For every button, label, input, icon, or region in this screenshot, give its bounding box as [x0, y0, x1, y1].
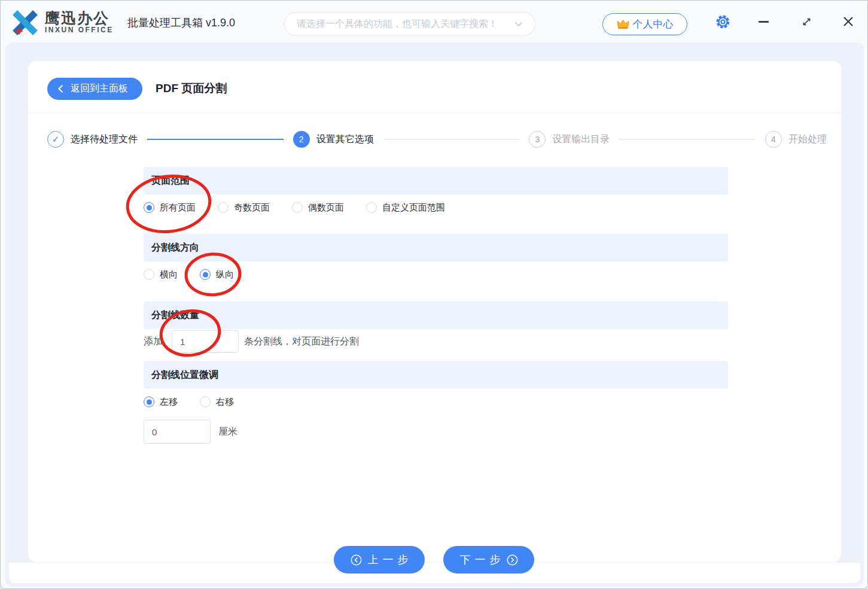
- radio-unselected-icon: [218, 202, 229, 213]
- page-range-options: 所有页面 奇数页面 偶数页面 自定义页面范围: [144, 194, 728, 221]
- brand-name-cn: 鹰迅办公: [45, 10, 114, 26]
- radio-unselected-icon: [292, 202, 303, 213]
- function-search-select[interactable]: [284, 12, 535, 36]
- radio-horizontal[interactable]: 横向: [144, 269, 178, 280]
- chevron-left-icon: [58, 84, 63, 93]
- step-2-number: 2: [293, 131, 310, 148]
- radio-even-pages[interactable]: 偶数页面: [292, 202, 344, 213]
- brand-name-en: INXUN OFFICE: [45, 26, 114, 34]
- step-1-select-files: ✓ 选择待处理文件: [47, 131, 138, 148]
- step-2-label: 设置其它选项: [316, 133, 374, 146]
- radio-all-pages[interactable]: 所有页面: [144, 202, 196, 213]
- step-connector: [619, 139, 756, 140]
- offset-unit-label: 厘米: [218, 426, 237, 438]
- step-connector-active: [147, 139, 284, 140]
- search-input[interactable]: [297, 19, 514, 29]
- close-icon: [843, 16, 854, 27]
- radio-selected-icon: [200, 269, 211, 280]
- back-button-label: 返回到主面板: [71, 83, 128, 95]
- app-logo: 鹰迅办公 INXUN OFFICE: [9, 6, 114, 38]
- step-3-output-dir: 3 设置输出目录: [529, 131, 610, 148]
- split-line-count-input[interactable]: [172, 330, 239, 353]
- wizard-nav-buttons: 上一步 下一步: [1, 546, 867, 573]
- step-3-number: 3: [529, 131, 546, 148]
- panel-header: 返回到主面板 PDF 页面分割: [28, 61, 841, 113]
- circle-chevron-right-icon: [507, 554, 518, 566]
- user-center-button[interactable]: 个人中心: [602, 13, 687, 35]
- radio-move-left-label: 左移: [160, 396, 178, 408]
- app-title: 批量处理工具箱 v1.9.0: [127, 1, 235, 42]
- radio-selected-icon: [144, 202, 154, 213]
- step-indicator: ✓ 选择待处理文件 2 设置其它选项 3 设置输出目录 4 开始处理: [47, 131, 827, 148]
- step-connector: [383, 139, 520, 140]
- radio-all-pages-label: 所有页面: [160, 202, 196, 213]
- count-row: 添加 条分割线，对页面进行分割: [144, 330, 728, 353]
- radio-selected-icon: [144, 396, 154, 407]
- radio-move-right-label: 右移: [216, 396, 234, 408]
- chevron-down-icon: [514, 22, 523, 27]
- app-window: 鹰迅办公 INXUN OFFICE 批量处理工具箱 v1.9.0 个人中心: [0, 0, 868, 589]
- radio-odd-pages[interactable]: 奇数页面: [218, 202, 270, 213]
- circle-chevron-left-icon: [351, 554, 362, 566]
- radio-unselected-icon: [144, 269, 154, 280]
- section-page-range-header: 页面范围: [144, 167, 728, 194]
- offset-value-row: 厘米: [144, 420, 728, 444]
- title-bar: 鹰迅办公 INXUN OFFICE 批量处理工具箱 v1.9.0 个人中心: [1, 1, 867, 42]
- count-suffix-label: 条分割线，对页面进行分割: [244, 335, 359, 348]
- radio-custom-range[interactable]: 自定义页面范围: [366, 202, 445, 213]
- section-direction-header: 分割线方向: [144, 234, 728, 261]
- logo-icon: [9, 6, 41, 38]
- step-4-label: 开始处理: [788, 133, 827, 146]
- brand-text: 鹰迅办公 INXUN OFFICE: [45, 10, 114, 34]
- options-form: 页面范围 所有页面 奇数页面 偶数页面 自定义页面范围: [144, 167, 728, 444]
- step-4-number: 4: [765, 131, 782, 148]
- offset-direction-options: 左移 右移: [144, 389, 728, 415]
- radio-even-pages-label: 偶数页面: [308, 202, 344, 213]
- step-2-set-options: 2 设置其它选项: [293, 131, 374, 148]
- main-panel: 返回到主面板 PDF 页面分割 ✓ 选择待处理文件 2 设置其它选项 3 设置输…: [28, 60, 842, 563]
- radio-move-left[interactable]: 左移: [144, 396, 178, 408]
- radio-unselected-icon: [200, 396, 211, 407]
- radio-odd-pages-label: 奇数页面: [234, 202, 270, 213]
- maximize-button[interactable]: [796, 1, 817, 42]
- minimize-button[interactable]: [753, 1, 773, 42]
- close-button[interactable]: [837, 1, 860, 42]
- next-step-label: 下一步: [460, 553, 505, 567]
- section-offset-header: 分割线位置微调: [144, 361, 728, 389]
- radio-horizontal-label: 横向: [160, 269, 178, 280]
- radio-vertical-label: 纵向: [216, 269, 234, 280]
- radio-custom-range-label: 自定义页面范围: [382, 202, 445, 213]
- expand-icon: [801, 16, 812, 28]
- gear-icon: [715, 14, 730, 29]
- next-step-button[interactable]: 下一步: [443, 546, 534, 573]
- settings-button[interactable]: [712, 1, 733, 42]
- direction-options: 横向 纵向: [144, 261, 728, 288]
- radio-move-right[interactable]: 右移: [200, 396, 234, 408]
- offset-value-input[interactable]: [144, 420, 211, 444]
- step-1-label: 选择待处理文件: [71, 133, 138, 146]
- count-prefix-label: 添加: [144, 335, 163, 348]
- crown-icon: [617, 19, 629, 29]
- radio-unselected-icon: [366, 202, 377, 213]
- step-3-label: 设置输出目录: [552, 133, 610, 146]
- user-center-label: 个人中心: [633, 17, 674, 31]
- back-to-dashboard-button[interactable]: 返回到主面板: [47, 78, 142, 100]
- prev-step-button[interactable]: 上一步: [334, 546, 425, 573]
- radio-vertical[interactable]: 纵向: [200, 269, 234, 280]
- prev-step-label: 上一步: [368, 553, 413, 567]
- step-4-start-process: 4 开始处理: [765, 131, 827, 148]
- step-1-check-icon: ✓: [47, 131, 64, 148]
- minimize-icon: [759, 21, 769, 23]
- section-count-header: 分割线数量: [144, 301, 728, 329]
- page-title: PDF 页面分割: [156, 61, 227, 113]
